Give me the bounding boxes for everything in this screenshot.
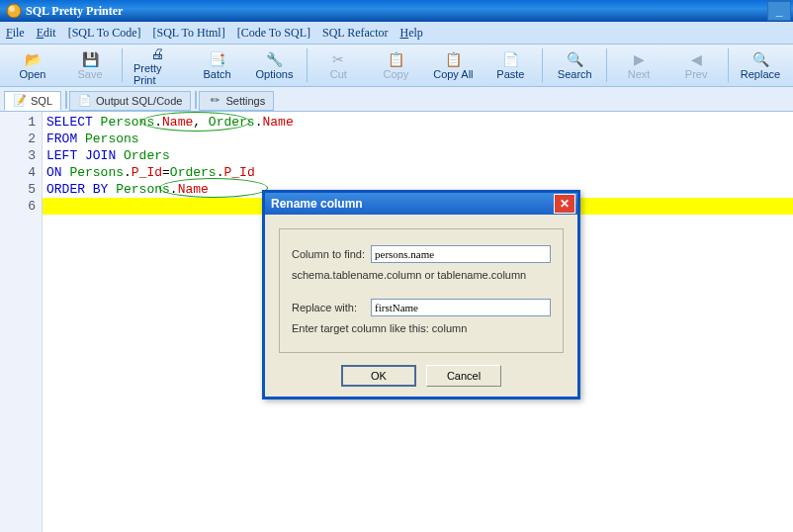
column-to-find-input[interactable] [371,245,551,263]
code-line[interactable]: SELECT Persons.Name, Orders.Name [43,114,793,131]
dialog-title: Rename column [271,197,554,211]
open-icon: 📂 [24,50,42,68]
toolbar-next-button: ▶Next [611,47,666,83]
line-gutter: 123456 [0,112,43,532]
toolbar-separator [122,48,123,82]
toolbar-separator [307,48,308,82]
toolbar-options-button[interactable]: 🔧Options [247,47,303,83]
toolbar-save-button: 💾Save [62,47,118,83]
tab-sql[interactable]: 📝SQL [4,91,61,111]
replace-icon: 🔍 [751,50,769,68]
titlebar: SQL Pretty Printer _ [0,0,793,22]
close-icon[interactable]: ✕ [554,194,575,214]
menu-item[interactable]: [Code To SQL] [237,26,310,41]
paste-icon: 📄 [501,50,519,68]
minimize-button[interactable]: _ [767,1,791,21]
toolbar-cut-button: ✂Cut [310,47,366,83]
menu-item[interactable]: SQL Refactor [322,26,389,41]
toolbar-separator [728,48,729,82]
app-icon [6,3,22,19]
line-number: 1 [0,114,42,131]
toolbar-open-button[interactable]: 📂Open [5,47,60,83]
menubar: FileEdit[SQL To Code][SQL To Html][Code … [0,22,793,44]
ok-button[interactable]: OK [341,365,416,387]
copy-all-icon: 📋 [444,50,462,68]
batch-icon: 📑 [209,50,226,68]
toolbar-separator [606,48,607,82]
search-icon: 🔍 [566,50,583,68]
code-line[interactable]: LEFT JOIN Orders [43,147,793,164]
toolbar-search-button[interactable]: 🔍Search [547,47,602,83]
menu-item[interactable]: File [6,26,25,41]
toolbar-paste-button[interactable]: 📄Paste [483,47,538,83]
tab-icon: ✏ [208,94,221,108]
svg-point-1 [9,6,15,12]
toolbar-separator [542,48,543,82]
toolbar-replace-button[interactable]: 🔍Replace [733,47,788,83]
toolbar-prev-button: ◀Prev [668,47,724,83]
tab-settings[interactable]: ✏Settings [199,91,274,111]
line-number: 5 [0,181,42,198]
code-line[interactable]: FROM Persons [43,131,793,147]
menu-item[interactable]: [SQL To Html] [153,26,225,41]
replace-hint: Enter target column like this: column [292,322,551,334]
prev-icon: ◀ [687,50,705,68]
pretty-print-icon: 🖨 [148,44,166,62]
dialog-titlebar: Rename column ✕ [265,193,577,215]
menu-item[interactable]: Edit [37,26,56,41]
menu-item[interactable]: [SQL To Code] [68,26,141,41]
dialog-group: Column to find: schema.tablename.column … [279,228,564,353]
toolbar-pretty-print-button[interactable]: 🖨Pretty Print [127,42,188,89]
line-number: 4 [0,164,42,181]
line-number: 6 [0,198,42,215]
save-icon: 💾 [81,50,99,68]
toolbar-copy-all-button[interactable]: 📋Copy All [425,47,481,83]
replace-with-input[interactable] [371,299,551,316]
copy-icon: 📋 [387,50,404,68]
toolbar: 📂Open💾Save🖨Pretty Print📑Batch🔧Options✂Cu… [0,44,793,87]
window-title: SQL Pretty Printer [26,4,765,19]
tab-icon: 📄 [78,94,92,108]
line-number: 2 [0,131,42,147]
column-to-find-label: Column to find: [292,248,371,260]
cancel-button[interactable]: Cancel [426,365,501,387]
toolbar-batch-button[interactable]: 📑Batch [190,47,245,83]
replace-with-label: Replace with: [292,302,371,313]
tab-icon: 📝 [13,94,27,108]
rename-column-dialog: Rename column ✕ Column to find: schema.t… [262,190,580,399]
options-icon: 🔧 [266,50,284,68]
cut-icon: ✂ [329,50,347,68]
tabbar: 📝SQL📄Output SQL/Code✏Settings [0,87,793,112]
tab-outputsqlcode[interactable]: 📄Output SQL/Code [69,91,191,111]
code-line[interactable]: ON Persons.P_Id=Orders.P_Id [43,164,793,181]
next-icon: ▶ [630,50,648,68]
menu-item[interactable]: Help [400,26,423,41]
column-hint: schema.tablename.column or tablename.col… [292,269,551,281]
toolbar-copy-button: 📋Copy [368,47,423,83]
line-number: 3 [0,147,42,164]
